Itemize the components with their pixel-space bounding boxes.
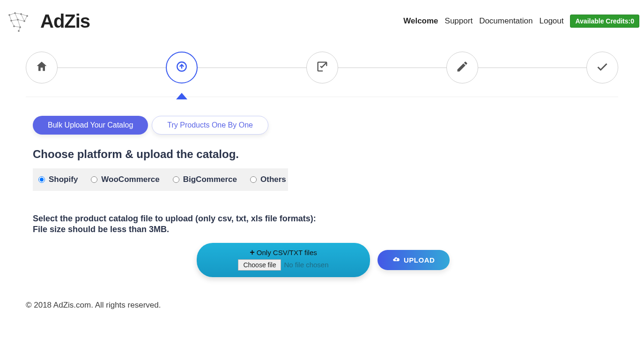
radio-woocommerce[interactable]: [91, 176, 97, 183]
credits-badge[interactable]: Available Credits:0: [570, 15, 639, 28]
upload-button[interactable]: UPLOAD: [378, 250, 450, 270]
step-home[interactable]: [26, 52, 58, 83]
platform-label: Others: [260, 175, 286, 184]
check-square-icon: [316, 60, 329, 75]
upload-instruction: Select the product catalog file to uploa…: [33, 213, 611, 235]
logo-area: AdZis: [5, 9, 90, 33]
header: AdZis Welcome Support Documentation Logo…: [0, 0, 644, 33]
nav-logout[interactable]: Logout: [539, 16, 563, 26]
platform-label: Shopify: [49, 175, 78, 184]
mode-tabs: Bulk Upload Your Catalog Try Products On…: [33, 116, 611, 135]
file-status: No file chosen: [284, 261, 328, 269]
radio-bigcommerce[interactable]: [173, 176, 179, 183]
instruction-line-1: Select the product catalog file to uploa…: [33, 213, 611, 224]
platform-shopify[interactable]: Shopify: [38, 175, 78, 184]
upload-row: + Only CSV/TXT files Choose file No file…: [197, 243, 611, 277]
active-step-pointer: [176, 93, 187, 99]
brand-title: AdZis: [40, 11, 90, 32]
tab-bulk-upload[interactable]: Bulk Upload Your Catalog: [33, 116, 148, 135]
platform-woocommerce[interactable]: WooCommerce: [91, 175, 159, 184]
file-picker-box[interactable]: + Only CSV/TXT files Choose file No file…: [197, 243, 370, 277]
file-hint: Only CSV/TXT files: [257, 249, 317, 256]
nav-welcome: Welcome: [403, 16, 438, 26]
nav-documentation[interactable]: Documentation: [479, 16, 533, 26]
choose-file-button[interactable]: Choose file: [238, 259, 281, 271]
tab-single-product[interactable]: Try Products One By One: [152, 116, 268, 135]
stepper: [0, 52, 644, 83]
step-upload[interactable]: [166, 52, 198, 83]
platform-label: BigCommerce: [183, 175, 237, 184]
main-content: Bulk Upload Your Catalog Try Products On…: [0, 97, 644, 277]
platform-options: Shopify WooCommerce BigCommerce Others: [33, 168, 288, 191]
plus-icon: +: [250, 248, 255, 257]
upload-button-label: UPLOAD: [404, 256, 435, 264]
top-nav: Welcome Support Documentation Logout Ava…: [403, 15, 639, 28]
radio-shopify[interactable]: [38, 176, 45, 183]
platform-heading: Choose platform & upload the catalog.: [33, 148, 611, 161]
step-approve[interactable]: [306, 52, 338, 83]
radio-others[interactable]: [250, 176, 257, 183]
step-edit[interactable]: [446, 52, 478, 83]
cloud-upload-icon: [392, 256, 400, 264]
home-icon: [35, 60, 48, 75]
platform-label: WooCommerce: [101, 175, 159, 184]
footer: © 2018 AdZis.com. All rights reserved.: [0, 277, 644, 319]
upload-circle-icon: [176, 60, 188, 75]
platform-bigcommerce[interactable]: BigCommerce: [173, 175, 237, 184]
brain-icon: [5, 9, 33, 33]
pencil-icon: [456, 60, 469, 75]
platform-others[interactable]: Others: [250, 175, 286, 184]
check-icon: [596, 60, 609, 75]
step-done[interactable]: [586, 52, 618, 83]
nav-support[interactable]: Support: [445, 16, 473, 26]
instruction-line-2: File size should be less than 3MB.: [33, 224, 611, 235]
